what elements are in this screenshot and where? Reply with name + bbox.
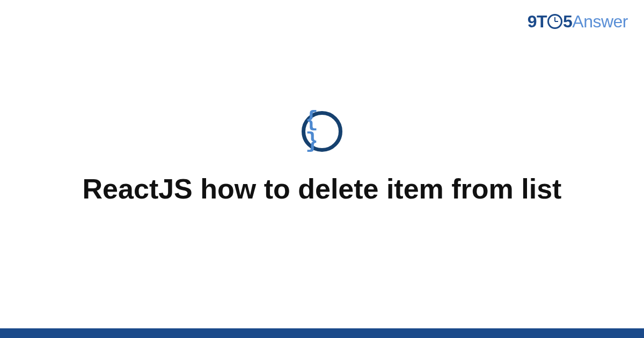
page-title: ReactJS how to delete item from list bbox=[83, 172, 562, 205]
code-braces-icon: { } bbox=[305, 110, 339, 153]
category-badge: { } bbox=[302, 111, 342, 152]
footer-accent-bar bbox=[0, 328, 644, 338]
content-area: { } ReactJS how to delete item from list bbox=[0, 0, 644, 338]
